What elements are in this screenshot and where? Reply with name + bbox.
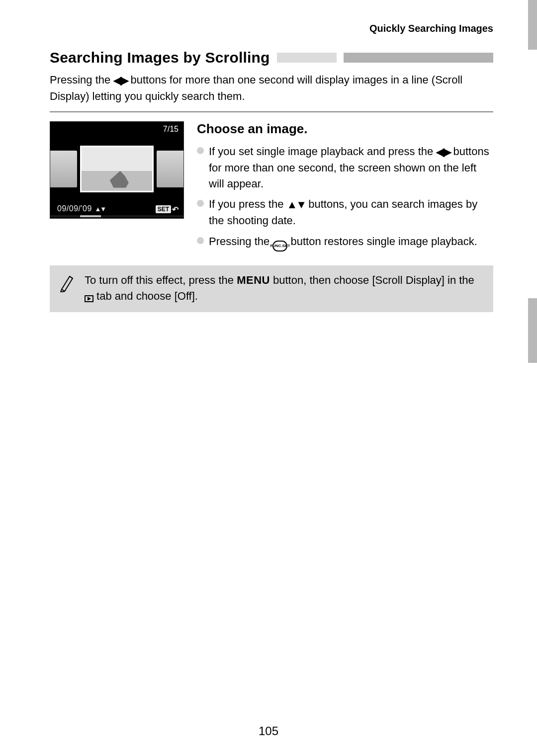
page-number: 105	[0, 724, 537, 738]
filmstrip-prev-thumb	[50, 151, 77, 187]
note-a: To turn off this effect, press the	[85, 274, 237, 286]
section-title-row: Searching Images by Scrolling	[50, 49, 493, 66]
step-title: Choose an image.	[197, 121, 493, 137]
image-counter: 7/15	[163, 125, 179, 134]
title-bar-dark	[344, 53, 493, 63]
back-arrow-icon: ↶	[172, 205, 179, 214]
page: Quickly Searching Images Searching Image…	[0, 0, 537, 756]
section-divider	[50, 111, 493, 112]
set-back-indicator: SET ↶	[156, 205, 179, 214]
page-corner-tab	[528, 0, 537, 50]
up-down-mini-icon: ▲▼	[94, 205, 105, 213]
note-c: tab and choose [Off].	[93, 290, 198, 302]
step-column: Choose an image. If you set single image…	[197, 121, 493, 256]
bullet-3a: Pressing the	[209, 235, 272, 248]
note-text: To turn off this effect, press the MENU …	[85, 272, 484, 304]
camera-screen-illustration: 7/15 09/09/'09 ▲▼ SET ↶	[50, 121, 184, 219]
bullet-1: If you set single image playback and pre…	[197, 144, 493, 192]
note-box: To turn off this effect, press the MENU …	[50, 265, 493, 312]
scroll-progress-segment	[80, 215, 101, 217]
intro-text-1: Pressing the	[50, 74, 113, 86]
step-row: 7/15 09/09/'09 ▲▼ SET ↶ Choose an image.…	[50, 121, 493, 256]
func-set-icon: FUNC.SET	[272, 241, 287, 252]
running-head: Quickly Searching Images	[50, 23, 493, 34]
scroll-progress-bar	[50, 215, 183, 217]
bullet-2: If you press the ▲▼ buttons, you can sea…	[197, 196, 493, 229]
intro-paragraph: Pressing the ◀▶ buttons for more than on…	[50, 72, 493, 104]
left-right-icon: ◀▶	[436, 144, 450, 160]
bullet-3: Pressing the FUNC.SET button restores si…	[197, 234, 493, 252]
menu-word: MENU	[237, 274, 270, 286]
up-down-icon: ▲▼	[287, 197, 306, 213]
filmstrip-next-thumb	[157, 151, 183, 187]
bullet-3b: button restores single image playback.	[287, 235, 477, 248]
filmstrip-current-thumb	[80, 146, 154, 192]
section-title: Searching Images by Scrolling	[50, 49, 270, 66]
set-badge: SET	[156, 205, 171, 213]
pencil-icon	[59, 272, 76, 304]
bullet-1a: If you set single image playback and pre…	[209, 145, 436, 158]
step-bullets: If you set single image playback and pre…	[197, 144, 493, 252]
title-bar-light	[277, 53, 337, 63]
bullet-2a: If you press the	[209, 198, 287, 210]
shooting-date-text: 09/09/'09	[57, 204, 92, 213]
note-b: button, then choose [Scroll Display] in …	[270, 274, 474, 286]
page-side-tab	[528, 298, 537, 363]
filmstrip	[50, 146, 183, 192]
left-right-icon: ◀▶	[113, 73, 127, 88]
shooting-date: 09/09/'09 ▲▼	[57, 204, 105, 213]
playback-tab-icon	[85, 295, 93, 302]
